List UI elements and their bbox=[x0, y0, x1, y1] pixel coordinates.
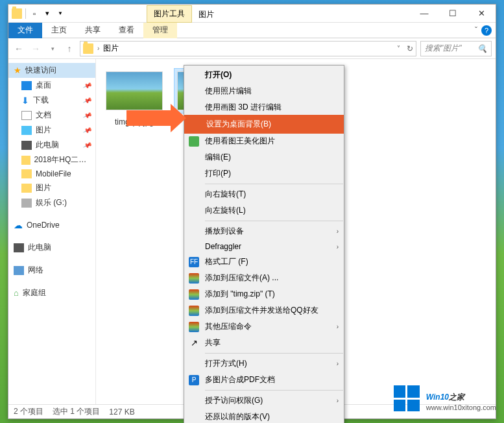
window-title: 图片 bbox=[192, 6, 221, 23]
ctx-add-qq[interactable]: 添加到压缩文件并发送给QQ好友 bbox=[184, 302, 344, 319]
minimize-button[interactable]: — bbox=[410, 5, 438, 23]
folder-icon bbox=[21, 169, 32, 178]
context-menu: 打开(O) 使用照片编辑 使用画图 3D 进行编辑 设置为桌面背景(B) 使用看… bbox=[184, 65, 344, 423]
pdf-icon: P bbox=[188, 374, 200, 386]
search-icon: 🔍 bbox=[477, 44, 487, 53]
ctx-defraggler[interactable]: Defraggler› bbox=[184, 239, 344, 254]
folder-icon bbox=[83, 43, 93, 54]
homegroup-icon: ⌂ bbox=[14, 288, 19, 298]
watermark: Win10之家 www.win10xitong.com bbox=[394, 385, 496, 411]
sidebar-homegroup[interactable]: ⌂家庭组 bbox=[8, 285, 95, 300]
sidebar-item-folder[interactable]: MobileFile bbox=[8, 167, 95, 180]
sidebar-onedrive[interactable]: ☁OneDrive bbox=[8, 218, 95, 232]
ctx-open-with[interactable]: 打开方式(H)› bbox=[184, 356, 344, 372]
folder-icon bbox=[21, 184, 32, 193]
tab-manage[interactable]: 管理 bbox=[143, 23, 177, 38]
sidebar-item-downloads[interactable]: ⬇下载📌 bbox=[8, 93, 95, 108]
item-count: 2 个项目 bbox=[14, 406, 43, 417]
ctx-rotate-left[interactable]: 向左旋转(L) bbox=[184, 202, 344, 219]
ctx-edit-photo[interactable]: 使用照片编辑 bbox=[184, 83, 344, 99]
back-button[interactable]: ← bbox=[12, 42, 25, 55]
refresh-icon[interactable]: ↻ bbox=[407, 44, 413, 53]
submenu-arrow-icon: › bbox=[337, 397, 339, 404]
qat-item[interactable]: ▫ bbox=[29, 8, 40, 19]
ctx-separator bbox=[205, 184, 343, 184]
drive-icon bbox=[21, 199, 32, 208]
address-bar[interactable]: › 图片 ˅ ↻ bbox=[80, 41, 416, 56]
star-icon: ★ bbox=[14, 66, 21, 75]
ctx-share[interactable]: ↗共享 bbox=[184, 335, 344, 351]
ctx-set-wallpaper[interactable]: 设置为桌面背景(B) bbox=[186, 116, 342, 132]
pin-icon: 📌 bbox=[82, 140, 92, 149]
sidebar-network[interactable]: 网络 bbox=[8, 263, 95, 278]
sidebar-quick-access[interactable]: ★ 快速访问 bbox=[8, 63, 95, 78]
submenu-arrow-icon: › bbox=[337, 243, 339, 250]
ctx-edit[interactable]: 编辑(E) bbox=[184, 149, 344, 165]
recent-dropdown[interactable]: ▾ bbox=[46, 42, 59, 55]
navigation-pane: ★ 快速访问 桌面📌 ⬇下载📌 文档📌 图片📌 此电脑📌 2018年HQ二建公路… bbox=[8, 59, 96, 404]
ribbon: 文件 主页 共享 查看 管理 ˇ ? bbox=[8, 23, 496, 38]
sidebar-item-documents[interactable]: 文档📌 bbox=[8, 108, 95, 123]
network-icon bbox=[14, 266, 24, 275]
submenu-arrow-icon: › bbox=[337, 323, 339, 330]
pin-icon: 📌 bbox=[82, 110, 92, 119]
share-icon: ↗ bbox=[188, 337, 200, 349]
sidebar-item-desktop[interactable]: 桌面📌 bbox=[8, 78, 95, 93]
ctx-print[interactable]: 打印(P) bbox=[184, 165, 344, 182]
ctx-open[interactable]: 打开(O) bbox=[184, 67, 344, 83]
annotation-arrow bbox=[126, 110, 172, 126]
selected-count: 选中 1 个项目 bbox=[53, 406, 100, 417]
address-bar-row: ← → ▾ ↑ › 图片 ˅ ↻ 搜索"图片" 🔍 bbox=[8, 38, 496, 59]
ctx-other-zip[interactable]: 其他压缩命令› bbox=[184, 319, 344, 335]
ctx-grant-access[interactable]: 授予访问权限(G)› bbox=[184, 393, 344, 409]
forward-button[interactable]: → bbox=[29, 42, 42, 55]
ctx-separator bbox=[205, 221, 343, 221]
sidebar-thispc[interactable]: 此电脑 bbox=[8, 240, 95, 255]
ctx-paint3d[interactable]: 使用画图 3D 进行编辑 bbox=[184, 99, 344, 115]
windows-logo-icon bbox=[394, 385, 420, 411]
search-input[interactable]: 搜索"图片" 🔍 bbox=[420, 41, 492, 56]
pc-icon bbox=[21, 141, 32, 150]
maximize-button[interactable]: ☐ bbox=[438, 5, 467, 23]
sidebar-item-folder[interactable]: 2018年HQ二建公路 bbox=[8, 152, 95, 167]
close-button[interactable]: ✕ bbox=[467, 5, 496, 23]
sidebar-item-drive[interactable]: 娱乐 (G:) bbox=[8, 195, 95, 210]
sidebar-item-folder[interactable]: 图片 bbox=[8, 180, 95, 195]
tab-home[interactable]: 主页 bbox=[42, 23, 76, 38]
ctx-multi-pdf[interactable]: P多图片合成PDF文档 bbox=[184, 372, 344, 388]
titlebar: ▫ ▾ ▼ 图片工具 图片 — ☐ ✕ bbox=[8, 5, 496, 23]
sidebar-item-thispc[interactable]: 此电脑📌 bbox=[8, 138, 95, 152]
contextual-tab[interactable]: 图片工具 bbox=[147, 5, 192, 23]
ctx-cast[interactable]: 播放到设备› bbox=[184, 223, 344, 239]
zip-icon bbox=[188, 272, 200, 284]
help-icon[interactable]: ? bbox=[481, 25, 492, 36]
folder-icon bbox=[21, 156, 30, 165]
cloud-icon: ☁ bbox=[14, 220, 23, 230]
tab-file[interactable]: 文件 bbox=[8, 23, 42, 38]
ctx-format-factory[interactable]: FF格式工厂 (F) bbox=[184, 254, 344, 270]
submenu-arrow-icon: › bbox=[337, 228, 339, 235]
up-button[interactable]: ↑ bbox=[63, 42, 76, 55]
sidebar-item-pictures[interactable]: 图片📌 bbox=[8, 123, 95, 138]
search-placeholder: 搜索"图片" bbox=[425, 43, 462, 54]
tab-view[interactable]: 查看 bbox=[110, 23, 143, 38]
ribbon-expand-icon[interactable]: ˇ bbox=[475, 26, 477, 35]
ctx-add-archive[interactable]: 添加到压缩文件(A) ... bbox=[184, 270, 344, 286]
submenu-arrow-icon: › bbox=[337, 360, 339, 367]
pin-icon: 📌 bbox=[82, 80, 92, 90]
zip-icon bbox=[188, 305, 200, 317]
ctx-separator bbox=[205, 390, 343, 391]
ctx-restore[interactable]: 还原以前的版本(V) bbox=[184, 409, 344, 423]
qat-dropdown[interactable]: ▼ bbox=[54, 8, 66, 19]
ctx-rotate-right[interactable]: 向右旋转(T) bbox=[184, 186, 344, 202]
breadcrumb-item[interactable]: 图片 bbox=[103, 43, 119, 54]
qat-item[interactable]: ▾ bbox=[42, 8, 53, 19]
pin-icon: 📌 bbox=[82, 95, 92, 104]
ctx-beautify[interactable]: 使用看图王美化图片 bbox=[184, 133, 344, 149]
addr-dropdown-icon[interactable]: ˅ bbox=[397, 45, 400, 52]
thumbnail bbox=[106, 71, 163, 110]
picture-icon bbox=[21, 126, 32, 135]
watermark-url: www.win10xitong.com bbox=[426, 404, 496, 411]
tab-share[interactable]: 共享 bbox=[76, 23, 110, 38]
ctx-add-zip[interactable]: 添加到 "timg.zip" (T) bbox=[184, 286, 344, 302]
